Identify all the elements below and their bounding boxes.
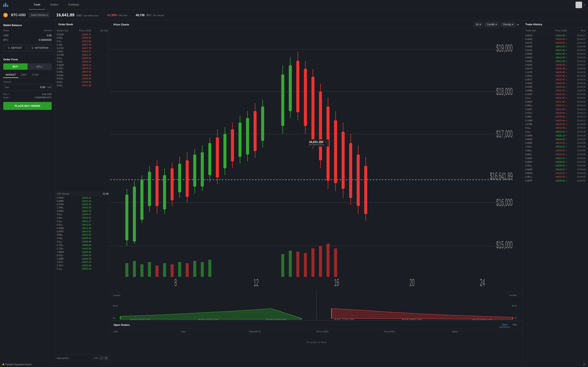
down-arrow-icon	[565, 153, 567, 156]
sell-order-row[interactable]: 0.079₀ 16645.82 -	[55, 77, 110, 80]
trade-time: 15:04:16	[567, 86, 586, 88]
sell-order-row[interactable]: 0.045₀ 16647.00 -	[55, 70, 110, 74]
sell-order-row[interactable]: 0.25₀₀ 16649.30 -	[55, 60, 110, 63]
svg-rect-92	[208, 260, 211, 277]
buy-order-row[interactable]: 0.0475 16610.01 -	[55, 230, 110, 233]
sell-order-row[interactable]: 0.0722 16657.78 -	[55, 47, 110, 50]
aggregation-increase-button[interactable]: +	[104, 356, 108, 360]
svg-text:20: 20	[410, 277, 415, 288]
withdraw-button[interactable]: ⊙ WITHDRAW	[28, 45, 52, 51]
buy-order-row[interactable]: 0.06₀₀ 16610.00 -	[55, 233, 110, 236]
sell-order-row[interactable]: 0.0768 16652.47 -	[55, 53, 110, 57]
buy-order-row[interactable]: 0.0096 16620.40 -	[55, 200, 110, 203]
buy-order-row[interactable]: 0.4663 16620.29 -	[55, 209, 110, 213]
sell-order-size: 0.0326	[57, 33, 74, 36]
buy-order-row[interactable]: 0.745₀ 16608.90 -	[55, 243, 110, 247]
buy-order-my-size: -	[91, 197, 108, 199]
stop-order-tab[interactable]: STOP	[30, 72, 41, 78]
down-arrow-icon	[565, 97, 567, 99]
sell-order-row[interactable]: 0.4828 16649.29 -	[55, 63, 110, 67]
buy-order-row[interactable]: 0.05₀₀ 16619.41 -	[55, 216, 110, 220]
select-market-button[interactable]: Select Market ▾	[29, 13, 50, 17]
order-form-title: Order Form	[3, 58, 52, 61]
amount-input[interactable]	[11, 84, 45, 90]
chart-type-selector[interactable]: Candle ▾	[485, 22, 499, 27]
sell-order-row[interactable]: 1.692₀ 16654.47 -	[55, 50, 110, 53]
trade-history-row: 0.0342 16620.34 15:04:27	[523, 37, 588, 41]
svg-rect-95	[296, 252, 299, 277]
buy-order-row[interactable]: 3.35₀₀ 16609.41 -	[55, 236, 110, 240]
sell-order-row[interactable]: 0.3₀₀ 16663.00 -	[55, 40, 110, 43]
buy-order-row[interactable]: 2.0₀₀₀ 16620.27 -	[55, 213, 110, 216]
open-orders-panel: Open Orders Open Fills Side Size Filled …	[110, 320, 523, 361]
wallet-title: Wallet Balance	[3, 24, 52, 27]
buy-order-row[interactable]: 0.1504 16620.31 -	[55, 203, 110, 206]
nav-portfolios-tab[interactable]: Portfolios	[63, 0, 84, 9]
trade-size: 0.006₀	[525, 115, 544, 118]
trade-price: 16628.63	[544, 179, 567, 182]
buy-tab-button[interactable]: BUY	[3, 63, 27, 70]
buy-order-row[interactable]: 1.427₀ 16597.24 -	[55, 260, 110, 264]
buy-order-row[interactable]: 2.3855 16598.53 -	[55, 257, 110, 260]
buy-order-price: 16602.64	[74, 247, 91, 250]
overlay-selector[interactable]: Overlay ▾	[501, 22, 516, 27]
trade-history-row: 0.0015 16631.90 15:04:15	[523, 100, 588, 104]
open-orders-fills-tab[interactable]: Fills	[510, 323, 519, 327]
depth-plus-icon[interactable]: +	[325, 141, 326, 143]
timeframe-chevron: ▾	[480, 23, 481, 26]
sidebar: Wallet Balance Asset Amount USD 0.00 BTC…	[0, 20, 55, 361]
sell-order-price: 16646.99	[74, 74, 91, 76]
buy-order-my-size: -	[91, 237, 108, 240]
sell-order-row[interactable]: 0.18₀₀ 16662.99 -	[55, 43, 110, 47]
buy-order-row[interactable]: 0.1₀₀₀ 16590.00 -	[55, 267, 110, 271]
buy-order-row[interactable]: 0.97₀₀ 16613.04 -	[55, 223, 110, 226]
limit-order-tab[interactable]: LIMIT	[18, 72, 30, 78]
sell-order-row[interactable]: 0.0326 16664.47 -	[55, 33, 110, 36]
timeframe-selector[interactable]: 6h ▾	[474, 22, 483, 27]
place-order-button[interactable]: PLACE BUY ORDER	[3, 102, 52, 110]
buy-order-size: 3.3517	[57, 264, 74, 267]
svg-text:$19,000: $19,000	[496, 42, 513, 54]
deposit-button[interactable]: ⊙ DEPOSIT	[3, 45, 27, 51]
svg-rect-94	[289, 250, 292, 277]
sell-order-price: 16664.47	[74, 33, 91, 36]
buy-order-row[interactable]: 0.3₀₀₀ 16613.37 -	[55, 220, 110, 223]
nav-orders-tab[interactable]: Orders	[45, 0, 63, 9]
buy-order-row[interactable]: 1.725₀ 16602.64 -	[55, 247, 110, 250]
market-order-tab[interactable]: MARKET	[3, 72, 18, 78]
trade-history-row: 0.0250 16632.32 15:04:16	[523, 85, 588, 89]
buy-order-size: 0.3₀₀₀	[57, 220, 74, 223]
sell-order-row[interactable]: 0.02₀₀ 16645.30 -	[55, 80, 110, 84]
buy-order-row[interactable]: 2.0₀₀₀ 16609.40 -	[55, 240, 110, 243]
sell-tab-button[interactable]: SELL	[27, 63, 52, 70]
trade-history-row: 0.2999 16631.91 15:04:15	[523, 89, 588, 92]
svg-text:$16,800.00: $16,800.00	[402, 318, 422, 320]
buy-order-row[interactable]: 0.4435 16620.41 -	[55, 196, 110, 200]
buy-order-my-size: -	[91, 264, 108, 267]
sell-order-row[interactable]: 0.5₀₀₀ 16650.00 -	[55, 57, 110, 60]
buy-order-row[interactable]: 3.3517 16592.49 -	[55, 264, 110, 267]
down-arrow-icon	[565, 67, 567, 70]
open-orders-open-tab[interactable]: Open	[499, 322, 510, 327]
trade-history-row: 0.0002 16628.62 15:04:05	[523, 160, 588, 164]
aggregation-decrease-button[interactable]: −	[99, 356, 104, 360]
svg-rect-90	[193, 261, 196, 277]
buy-order-my-size: -	[91, 267, 108, 270]
settings-icon[interactable]: ⚙	[583, 363, 586, 366]
trade-time: 15:04:27	[567, 42, 586, 44]
chart-expand-icon[interactable]: ▶	[517, 23, 519, 26]
user-avatar[interactable]	[576, 2, 582, 8]
sell-order-row[interactable]: 0.03₀₀ 16663.88 -	[55, 36, 110, 40]
buy-order-row[interactable]: 7.5859 16600.00 -	[55, 250, 110, 254]
sell-order-row[interactable]: 0.02₀₀ 16641.89 -	[55, 84, 110, 87]
buy-order-row[interactable]: 0.0059 16612.84 -	[55, 226, 110, 230]
sell-order-row[interactable]: 0.0161 16646.99 -	[55, 74, 110, 77]
nav-trade-tab[interactable]: Trade	[29, 0, 45, 9]
max-link[interactable]: Max	[3, 86, 11, 89]
user-menu-chevron[interactable]: ▾	[584, 4, 585, 6]
depth-minus-icon[interactable]: -	[307, 141, 307, 143]
oo-price-header: Price (USD)	[316, 330, 384, 333]
buy-order-row[interactable]: 0.012₀ 16599.28 -	[55, 254, 110, 257]
buy-order-row[interactable]: 1.249₀ 16620.30 -	[55, 206, 110, 209]
sell-order-row[interactable]: 0.003₀ 16649.20 -	[55, 67, 110, 70]
